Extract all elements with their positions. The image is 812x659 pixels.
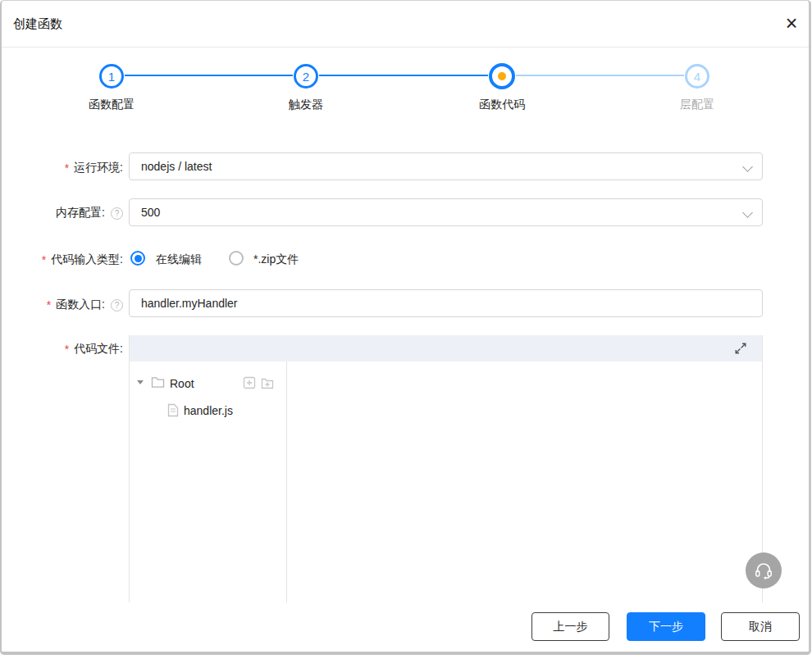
radio-online-edit[interactable] bbox=[130, 251, 145, 266]
step-3-circle bbox=[489, 63, 515, 89]
current-step-dot bbox=[498, 72, 506, 80]
runtime-label: *运行环境: bbox=[2, 161, 123, 175]
next-step-button[interactable]: 下一步 bbox=[627, 612, 705, 641]
step-1-label: 函数配置 bbox=[46, 98, 177, 112]
expand-icon[interactable] bbox=[733, 341, 748, 356]
create-function-dialog: 创建函数 × 1 2 4 函数配置 触发器 函数代码 层配置 *运行环境: no… bbox=[0, 0, 812, 659]
step-connector-2 bbox=[319, 75, 488, 76]
tree-caret-icon[interactable] bbox=[137, 380, 144, 384]
required-asterisk: * bbox=[65, 161, 69, 175]
step-3-label: 函数代码 bbox=[436, 98, 568, 112]
step-2-number: 2 bbox=[303, 70, 309, 84]
tree-root-label[interactable]: Root bbox=[170, 377, 194, 390]
headset-icon bbox=[754, 561, 773, 579]
tree-file-label[interactable]: handler.js bbox=[184, 404, 233, 417]
editor-toolbar bbox=[130, 335, 762, 361]
radio-zip-file[interactable] bbox=[229, 251, 244, 266]
step-connector-3 bbox=[516, 75, 684, 76]
help-icon[interactable]: ? bbox=[111, 207, 123, 220]
dialog-title: 创建函数 bbox=[13, 16, 62, 32]
radio-zip-file-label[interactable]: *.zip文件 bbox=[253, 252, 299, 267]
dialog-window: 创建函数 × 1 2 4 函数配置 触发器 函数代码 层配置 *运行环境: no… bbox=[0, 0, 811, 655]
handler-input[interactable]: handler.myHandler bbox=[129, 289, 763, 317]
folder-icon bbox=[151, 376, 165, 389]
header-divider bbox=[2, 47, 810, 48]
step-1-number: 1 bbox=[108, 70, 115, 84]
step-4-circle: 4 bbox=[685, 64, 709, 89]
memory-select[interactable]: 500 bbox=[129, 198, 763, 226]
support-headset-button[interactable] bbox=[746, 552, 782, 589]
step-2-label: 触发器 bbox=[240, 98, 372, 112]
runtime-select[interactable]: nodejs / latest bbox=[129, 152, 763, 180]
required-asterisk: * bbox=[65, 343, 69, 356]
radio-online-edit-label[interactable]: 在线编辑 bbox=[156, 252, 202, 267]
handler-label: *函数入口:? bbox=[2, 298, 123, 312]
add-folder-icon[interactable] bbox=[261, 376, 274, 389]
step-4-label: 层配置 bbox=[632, 98, 763, 112]
required-asterisk: * bbox=[47, 298, 51, 311]
file-icon bbox=[167, 403, 179, 417]
step-1-circle: 1 bbox=[99, 64, 124, 89]
close-icon[interactable]: × bbox=[779, 11, 804, 36]
prev-step-button[interactable]: 上一步 bbox=[531, 612, 609, 641]
file-tree: Root handler.js bbox=[130, 361, 287, 602]
cancel-button[interactable]: 取消 bbox=[721, 612, 800, 641]
help-icon[interactable]: ? bbox=[111, 299, 123, 311]
step-4-number: 4 bbox=[694, 70, 700, 84]
step-connector-1 bbox=[125, 75, 293, 76]
memory-label: 内存配置:? bbox=[2, 206, 123, 220]
code-input-type-label: *代码输入类型: bbox=[2, 252, 123, 267]
code-file-label: *代码文件: bbox=[2, 342, 123, 357]
step-2-circle: 2 bbox=[294, 64, 318, 89]
add-file-icon[interactable] bbox=[243, 376, 256, 389]
code-editor-panel: Root handler.js bbox=[129, 335, 763, 602]
required-asterisk: * bbox=[42, 253, 46, 266]
